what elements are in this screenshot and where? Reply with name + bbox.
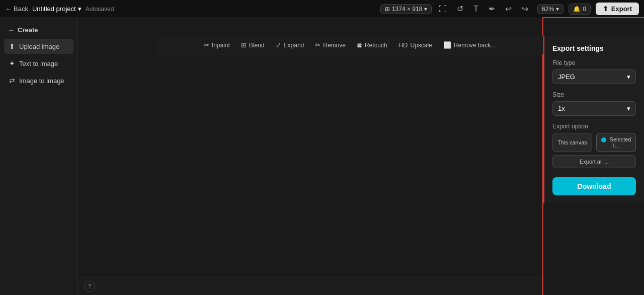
remove-back-button[interactable]: ⬜ Remove back... xyxy=(438,39,501,51)
size-label: Size xyxy=(552,91,636,98)
sidebar-create-label: ← Create xyxy=(4,23,73,37)
pen-tool-button[interactable]: ✒ xyxy=(486,2,498,16)
chevron-down-icon: ▾ xyxy=(556,6,559,13)
export-button[interactable]: ⬆ Export xyxy=(596,3,639,15)
bottombar: ? xyxy=(78,277,543,295)
resize-icon: ⊞ xyxy=(385,6,390,13)
export-settings-title: Export settings xyxy=(552,44,636,52)
file-type-select[interactable]: JPEG ▾ xyxy=(552,69,636,84)
file-type-label: File type xyxy=(552,59,636,66)
hd-icon: HD xyxy=(398,41,408,49)
notification-button[interactable]: 🔔 0 xyxy=(569,4,591,15)
export-panel-wrapper: Export settings File type JPEG ▾ Size 1x… xyxy=(543,18,644,295)
retouch-icon: ◉ xyxy=(357,41,362,49)
export-option-label: Export option xyxy=(552,123,636,130)
inpaint-icon: ✏ xyxy=(204,41,209,49)
canvas-size[interactable]: ⊞ 1374 × 918 ▾ xyxy=(380,4,432,14)
swap-icon: ⇄ xyxy=(9,77,15,85)
project-name[interactable]: Untitled project ▾ xyxy=(32,5,82,13)
this-canvas-button[interactable]: This canvas xyxy=(552,133,592,152)
export-icon: ⬆ xyxy=(603,5,608,13)
undo-button[interactable]: ↩ xyxy=(502,2,515,16)
export-all-button[interactable]: Export all ... xyxy=(552,155,636,168)
upload-icon: ⬆ xyxy=(9,42,15,50)
chevron-down-icon: ▾ xyxy=(78,5,82,13)
sidebar-item-upload-image[interactable]: ⬆ Upload image xyxy=(4,39,73,54)
remove-button[interactable]: ✂ Remove xyxy=(310,39,351,51)
canvas-wrapper: ✏ Inpaint ⊞ Blend ⤢ Expand ✂ Remove ◉ Re… xyxy=(78,18,543,295)
selected-image-button[interactable]: Selected I... xyxy=(596,133,636,152)
chevron-down-icon: ▾ xyxy=(424,6,427,13)
size-select[interactable]: 1x ▾ xyxy=(552,101,636,116)
back-icon: ← xyxy=(5,5,12,13)
file-type-section: File type JPEG ▾ xyxy=(552,59,636,84)
radio-selected-icon xyxy=(601,137,606,142)
autosaved-label: Autosaved xyxy=(86,6,114,13)
export-panel: Export settings File type JPEG ▾ Size 1x… xyxy=(543,36,644,203)
export-option-row: This canvas Selected I... xyxy=(552,133,636,152)
redo-button[interactable]: ↪ xyxy=(519,2,531,16)
blend-button[interactable]: ⊞ Blend xyxy=(236,39,270,51)
sidebar-item-image-to-image[interactable]: ⇄ Image to image xyxy=(4,73,73,88)
download-button[interactable]: Download xyxy=(552,177,636,195)
topbar-right: 62% ▾ 🔔 0 ⬆ Export xyxy=(537,3,639,15)
inpaint-button[interactable]: ✏ Inpaint xyxy=(199,39,235,51)
arrow-left-icon: ← xyxy=(8,26,15,34)
remove-bg-icon: ⬜ xyxy=(443,41,451,49)
topbar-left: ← Back Untitled project ▾ Autosaved xyxy=(5,5,374,13)
crop-tool-button[interactable]: ⛶ xyxy=(436,3,450,16)
blend-icon: ⊞ xyxy=(241,41,247,49)
text-icon: ✦ xyxy=(9,59,15,67)
size-section: Size 1x ▾ xyxy=(552,91,636,116)
chevron-down-icon: ▾ xyxy=(627,73,630,81)
upscale-button[interactable]: HD Upscale xyxy=(393,39,437,51)
text-tool-button[interactable]: T xyxy=(470,3,481,16)
zoom-control[interactable]: 62% ▾ xyxy=(537,4,564,14)
help-button[interactable]: ? xyxy=(84,281,95,292)
expand-button[interactable]: ⤢ Expand xyxy=(271,39,309,51)
topbar-center: ⊞ 1374 × 918 ▾ ⛶ ↺ T ✒ ↩ ↪ xyxy=(380,2,531,16)
back-button[interactable]: ← Back xyxy=(5,5,28,13)
rotate-tool-button[interactable]: ↺ xyxy=(454,2,466,16)
chevron-down-icon: ▾ xyxy=(627,105,630,112)
retouch-button[interactable]: ◉ Retouch xyxy=(352,39,392,51)
expand-icon: ⤢ xyxy=(276,41,281,49)
back-label: Back xyxy=(14,5,28,13)
bell-icon: 🔔 xyxy=(573,6,581,13)
scissors-icon: ✂ xyxy=(315,41,320,49)
sidebar-item-text-to-image[interactable]: ✦ Text to image xyxy=(4,56,73,71)
sidebar: ← Create ⬆ Upload image ✦ Text to image … xyxy=(0,18,78,295)
toolbar: ✏ Inpaint ⊞ Blend ⤢ Expand ✂ Remove ◉ Re… xyxy=(156,36,543,54)
topbar: ← Back Untitled project ▾ Autosaved ⊞ 13… xyxy=(0,0,644,18)
main-layout: ← Create ⬆ Upload image ✦ Text to image … xyxy=(0,18,644,295)
export-option-section: Export option This canvas Selected I... … xyxy=(552,123,636,168)
